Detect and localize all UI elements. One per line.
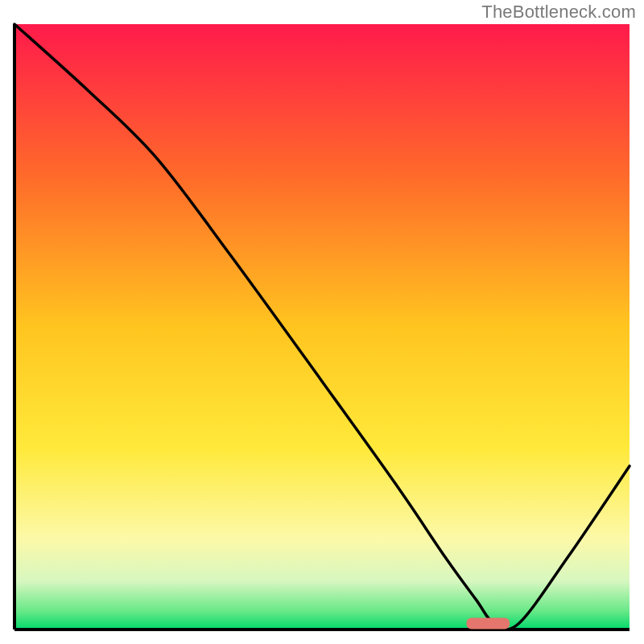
watermark-text: TheBottleneck.com <box>481 2 636 23</box>
plot-background <box>14 24 630 630</box>
chart-container: TheBottleneck.com <box>0 0 644 644</box>
bottleneck-chart <box>0 0 644 644</box>
optimal-marker <box>467 617 510 629</box>
